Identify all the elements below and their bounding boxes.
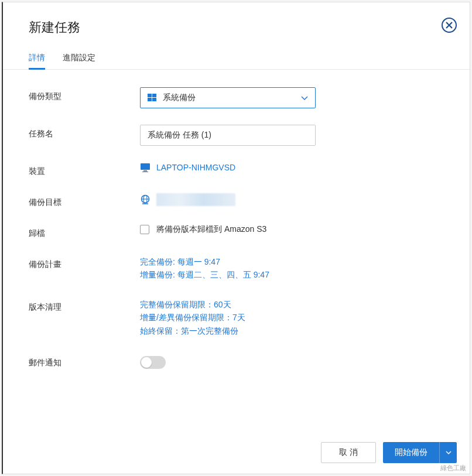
label-cleanup: 版本清理 [29, 298, 140, 313]
tab-details[interactable]: 詳情 [29, 53, 45, 69]
email-toggle[interactable] [140, 356, 166, 369]
backup-type-value: 系統備份 [163, 93, 301, 103]
label-email: 郵件通知 [29, 354, 140, 368]
chevron-down-icon [446, 451, 452, 455]
svg-rect-4 [141, 163, 150, 170]
schedule-full-link[interactable]: 完全備份: 每週一 9:47 [140, 255, 444, 268]
archive-checkbox-label: 將備份版本歸檔到 Amazon S3 [156, 224, 266, 235]
svg-rect-5 [143, 170, 147, 172]
cleanup-full-link[interactable]: 完整備份保留期限：60天 [140, 298, 444, 311]
cleanup-incremental-link[interactable]: 增量/差異備份保留期限：7天 [140, 311, 444, 324]
svg-rect-2 [148, 98, 152, 101]
svg-rect-3 [152, 98, 156, 101]
dialog-header: 新建任務 [3, 2, 470, 36]
backup-type-select[interactable]: 系統備份 [140, 87, 316, 108]
device-name-link[interactable]: LAPTOP-NIHMGVSD [156, 163, 235, 172]
dialog-footer: 取 消 開始備份 [3, 432, 470, 474]
start-backup-dropdown[interactable] [439, 442, 457, 463]
label-device: 裝置 [29, 162, 140, 177]
start-backup-split-button: 開始備份 [383, 442, 457, 463]
row-task-name: 任務名 [29, 125, 444, 146]
archive-checkbox[interactable] [140, 225, 149, 234]
monitor-icon [140, 162, 151, 173]
watermark: 綠色工廠 [440, 464, 466, 472]
windows-icon [148, 93, 157, 102]
label-target: 備份目標 [29, 193, 140, 208]
chevron-down-icon [301, 93, 308, 103]
cleanup-keep-link[interactable]: 始終保留：第一次完整備份 [140, 324, 444, 337]
row-archive: 歸檔 將備份版本歸檔到 Amazon S3 [29, 224, 444, 239]
row-backup-type: 備份類型 系統備份 [29, 87, 444, 108]
schedule-incremental-link[interactable]: 增量備份: 每週二、三、四、五 9:47 [140, 268, 444, 281]
start-backup-button[interactable]: 開始備份 [383, 442, 439, 463]
row-cleanup: 版本清理 完整備份保留期限：60天 增量/差異備份保留期限：7天 始終保留：第一… [29, 298, 444, 337]
row-schedule: 備份計畫 完全備份: 每週一 9:47 增量備份: 每週二、三、四、五 9:47 [29, 255, 444, 282]
tab-advanced[interactable]: 進階設定 [63, 53, 95, 69]
new-task-dialog: 新建任務 詳情 進階設定 備份類型 系統備份 [2, 2, 470, 474]
dialog-content: 備份類型 系統備份 任務名 裝置 [3, 70, 470, 397]
row-target: 備份目標 [29, 193, 444, 208]
label-archive: 歸檔 [29, 224, 140, 239]
row-device: 裝置 LAPTOP-NIHMGVSD [29, 162, 444, 177]
svg-rect-0 [148, 94, 152, 97]
label-schedule: 備份計畫 [29, 255, 140, 270]
label-backup-type: 備份類型 [29, 87, 140, 102]
tabs: 詳情 進階設定 [3, 36, 470, 70]
label-task-name: 任務名 [29, 125, 140, 139]
svg-rect-6 [142, 172, 148, 172]
cancel-button[interactable]: 取 消 [321, 442, 376, 463]
globe-icon [140, 194, 151, 205]
row-email: 郵件通知 [29, 354, 444, 369]
svg-rect-1 [152, 94, 156, 97]
close-button[interactable] [442, 18, 457, 33]
close-icon [445, 21, 453, 29]
target-value-redacted[interactable] [156, 193, 235, 206]
task-name-input[interactable] [140, 125, 316, 146]
dialog-title: 新建任務 [29, 19, 444, 36]
